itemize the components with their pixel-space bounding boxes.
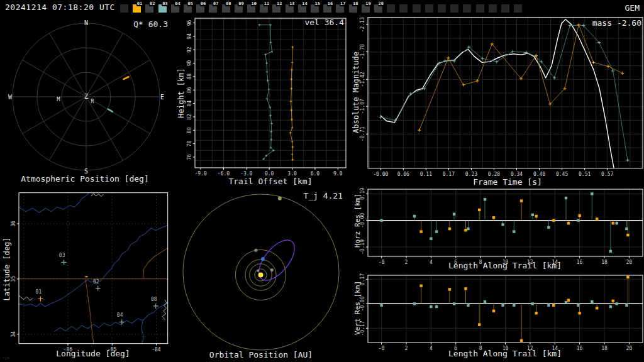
svg-text:76: 76 xyxy=(187,154,193,160)
svg-text:18: 18 xyxy=(601,260,608,265)
frame-tab-17[interactable]: 17 xyxy=(336,4,344,13)
svg-text:-84: -84 xyxy=(152,347,161,353)
frame-tab-blank[interactable] xyxy=(489,4,497,13)
light-curve-plot: -0.000.060.110.170.230.280.340.400.450.5… xyxy=(360,17,643,177)
frame-tab-11[interactable]: 11 xyxy=(260,4,268,13)
frame-tab-blank[interactable] xyxy=(413,4,421,13)
svg-text:0.45: 0.45 xyxy=(556,172,568,177)
frame-tab-number: 11 xyxy=(264,1,270,6)
frame-tab-number: 02 xyxy=(149,1,155,6)
frame-tab-number: 10 xyxy=(251,1,257,6)
frame-tab-06[interactable]: 06 xyxy=(196,4,204,13)
frame-tab-14[interactable]: 14 xyxy=(298,4,306,13)
horizontal-residuals-plot: -024681012141618200.19-0.00-0.19 xyxy=(360,188,643,265)
svg-text:02: 02 xyxy=(93,279,99,285)
frame-tab-number: 17 xyxy=(340,1,346,6)
frame-tab-blank[interactable] xyxy=(514,4,522,13)
svg-text:3.0: 3.0 xyxy=(287,171,297,177)
svg-text:6.0: 6.0 xyxy=(311,171,320,177)
svg-text:96: 96 xyxy=(187,19,193,26)
svg-text:20: 20 xyxy=(626,260,633,265)
svg-text:01: 01 xyxy=(36,289,42,295)
svg-text:-2.13: -2.13 xyxy=(360,17,366,32)
velocity-title: vel 36.4 xyxy=(304,18,344,27)
radiant-label: R xyxy=(91,99,94,104)
frame-tab-number: 07 xyxy=(213,1,219,6)
map-features: 0102030408 xyxy=(19,193,168,344)
svg-text:2: 2 xyxy=(405,346,408,351)
svg-text:03: 03 xyxy=(59,253,65,258)
frame-tab-number: 09 xyxy=(238,1,244,6)
frame-tab-08[interactable]: 08 xyxy=(222,4,230,13)
frame-tab-20[interactable]: 20 xyxy=(374,4,382,13)
horz-res-xlabel: Length Along Trail [km] xyxy=(448,261,562,270)
frame-tab-12[interactable]: 12 xyxy=(272,4,280,13)
frame-tab-number: 12 xyxy=(276,1,282,6)
frame-tab-blank[interactable] xyxy=(438,4,446,13)
frame-tab-16[interactable]: 16 xyxy=(323,4,331,13)
frame-tab-18[interactable]: 18 xyxy=(349,4,357,13)
vert-res-ylabel: Vert Res [km] xyxy=(353,273,363,343)
svg-text:0.28: 0.28 xyxy=(488,172,500,177)
frame-tab-strip: 0102030405060708091011121314151617181920 xyxy=(0,0,566,16)
frame-tab-blank[interactable] xyxy=(120,4,128,13)
svg-text:16: 16 xyxy=(577,346,583,351)
ground-map-plot: 0102030408-86-85-84343536 xyxy=(11,193,168,353)
frame-tab-05[interactable]: 05 xyxy=(184,4,192,13)
magnitude-ylabel: Absolute Magnitude xyxy=(351,42,361,143)
frame-tab-07[interactable]: 07 xyxy=(209,4,217,13)
svg-text:08: 08 xyxy=(151,297,157,302)
horz-res-ylabel: Horz Res [km] xyxy=(353,186,363,255)
map-ylabel: Latitude [deg] xyxy=(2,228,12,310)
sun-dot xyxy=(258,273,264,278)
frame-tab-13[interactable]: 13 xyxy=(286,4,294,13)
frame-tab-10[interactable]: 10 xyxy=(247,4,255,13)
app-window: -9.0-6.0-3.00.03.06.09.07678808284868890… xyxy=(0,0,644,362)
moon-label: M xyxy=(57,96,60,102)
frame-tab-03[interactable]: 03 xyxy=(158,4,167,13)
frame-tab-19[interactable]: 19 xyxy=(362,4,370,13)
frame-tab-01[interactable]: 01 xyxy=(133,4,141,13)
compass-east-label: E xyxy=(160,94,164,101)
light-curve-series xyxy=(379,19,630,172)
mass-title: mass -2.60 xyxy=(592,18,641,28)
compass-south-label: S xyxy=(84,168,88,175)
frame-tab-number: 16 xyxy=(327,1,333,6)
frame-tab-09[interactable]: 09 xyxy=(235,4,243,13)
frame-tab-blank[interactable] xyxy=(501,4,509,13)
frame-tab-02[interactable]: 02 xyxy=(145,4,153,13)
svg-text:-0.00: -0.00 xyxy=(373,172,388,177)
watermark: rjw xyxy=(3,356,9,359)
frame-tab-number: 08 xyxy=(225,1,231,6)
svg-text:9.0: 9.0 xyxy=(333,171,343,177)
map-xlabel: Longitude [deg] xyxy=(56,349,130,358)
earth-dot xyxy=(261,257,265,261)
frame-tab-blank[interactable] xyxy=(450,4,458,13)
frame-tab-number: 04 xyxy=(174,1,180,6)
frame-tab-number: 06 xyxy=(200,1,206,6)
frame-tab-04[interactable]: 04 xyxy=(171,4,179,13)
zenith-label: Z xyxy=(84,92,89,101)
frame-tab-blank[interactable] xyxy=(399,4,408,13)
svg-text:0.11: 0.11 xyxy=(420,172,432,177)
svg-text:-3.0: -3.0 xyxy=(240,171,252,177)
svg-text:0.0: 0.0 xyxy=(265,171,274,177)
svg-text:0.06: 0.06 xyxy=(397,172,409,177)
frame-tab-blank[interactable] xyxy=(387,4,395,13)
compass-west-label: W xyxy=(8,94,12,101)
svg-text:0.57: 0.57 xyxy=(601,172,613,177)
frame-tab-15[interactable]: 15 xyxy=(311,4,319,13)
vert-res-xlabel: Length Along Trail [km] xyxy=(448,349,562,358)
svg-text:0.23: 0.23 xyxy=(465,172,477,177)
svg-text:34: 34 xyxy=(11,331,17,337)
svg-text:2: 2 xyxy=(405,260,408,265)
frame-tab-blank[interactable] xyxy=(476,4,484,13)
frame-tab-number: 18 xyxy=(352,1,358,6)
svg-text:90: 90 xyxy=(187,60,193,67)
frame-tab-blank[interactable] xyxy=(463,4,471,13)
frame-tab-number: 19 xyxy=(365,1,371,6)
svg-text:-9.0: -9.0 xyxy=(194,171,206,177)
frame-tab-blank[interactable] xyxy=(425,4,433,13)
svg-text:0.51: 0.51 xyxy=(579,172,591,177)
svg-text:18: 18 xyxy=(601,346,608,351)
